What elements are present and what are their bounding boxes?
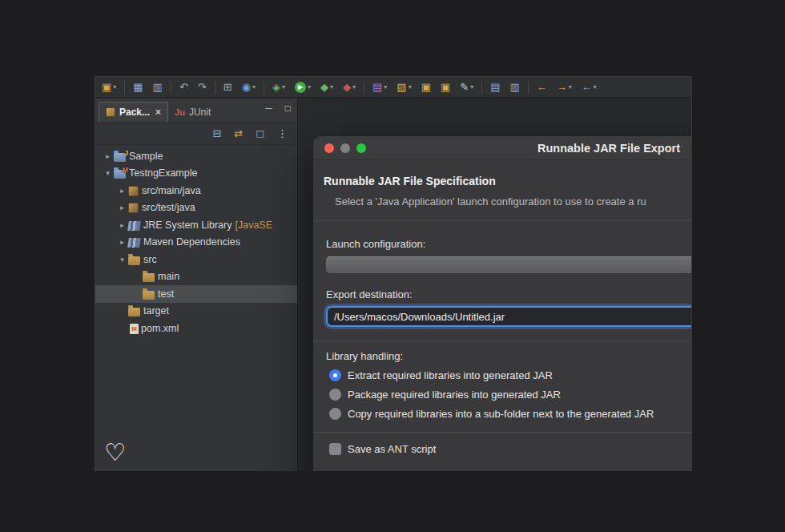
desktop-background: ▣▾▦▥↶↷⊞◉▾◈▾▶▾◆▾◆▾▤▾▧▾▣▣✎▾▤▥←→▾←▾ Pack...…	[0, 0, 785, 532]
tree-item-testngexample[interactable]: ▾MTestngExample	[95, 165, 297, 183]
new-java-class-button[interactable]: ▤▾	[368, 79, 392, 96]
dropdown-arrow-icon[interactable]: ▾	[252, 83, 256, 91]
dropdown-arrow-icon[interactable]: ▾	[569, 83, 572, 91]
back-history-button[interactable]: ←	[532, 79, 552, 96]
folder-icon	[128, 308, 140, 316]
new-wizard-button[interactable]: ▣▾	[97, 79, 121, 96]
chevron-right-icon[interactable]: ▸	[102, 152, 114, 160]
pin-editor-button[interactable]: ▥	[505, 79, 524, 96]
coverage-button[interactable]: ◈▾	[268, 79, 290, 96]
ant-script-location-label: ANT script location:	[326, 470, 692, 471]
toolbar-separator	[124, 81, 125, 94]
minimize-view-icon[interactable]: ─	[265, 103, 272, 113]
view-tab-bar: Pack...×JuJUnit ─□	[95, 99, 297, 123]
annotations-button[interactable]: ▤	[485, 79, 505, 96]
toolbar-separator	[364, 81, 364, 94]
undo-button[interactable]: ↶	[175, 79, 193, 96]
collapse-all-button[interactable]: ⊟	[212, 128, 221, 139]
save-ant-script-row: Save as ANT script	[329, 443, 692, 455]
forward-history-button[interactable]: →▾	[552, 79, 577, 96]
dialog-title-bar[interactable]: Runnable JAR File Export	[313, 136, 692, 160]
close-tab-icon[interactable]: ×	[155, 107, 161, 118]
toolbar-separator	[481, 81, 482, 94]
dropdown-arrow-icon[interactable]: ▾	[308, 83, 311, 91]
profile-button[interactable]: ◆▾	[338, 79, 360, 96]
chevron-down-icon[interactable]: ▾	[116, 256, 128, 264]
tab-junit[interactable]: JuJUnit	[168, 102, 217, 122]
toolbar-separator	[264, 81, 264, 94]
external-tools-icon: ✎	[460, 82, 469, 92]
launch-config-label: Launch configuration:	[326, 238, 692, 250]
search-button[interactable]: ◉▾	[237, 79, 260, 96]
filter-button[interactable]: ◻	[256, 128, 264, 139]
tree-item-pom-xml[interactable]: Mpom.xml	[95, 320, 297, 337]
library-icon	[127, 221, 141, 231]
maven-project-icon: M	[114, 170, 126, 179]
divider	[313, 220, 692, 221]
dropdown-arrow-icon[interactable]: ▾	[409, 83, 412, 91]
last-edit-location-button[interactable]: ←▾	[577, 79, 602, 96]
export-destination-input[interactable]	[326, 306, 692, 327]
tree-item-jre-system-library[interactable]: ▸JRE System Library[JavaSE	[95, 216, 297, 234]
chevron-right-icon[interactable]: ▸	[116, 238, 128, 246]
run-icon: ▶	[295, 82, 306, 93]
dropdown-arrow-icon[interactable]: ▾	[330, 83, 333, 91]
chevron-right-icon[interactable]: ▸	[116, 221, 128, 229]
chevron-right-icon[interactable]: ▸	[116, 187, 128, 195]
tab-pack[interactable]: Pack...×	[99, 102, 168, 122]
radio-unselected-icon[interactable]	[329, 408, 341, 420]
run-button[interactable]: ▶▾	[290, 79, 316, 96]
tree-item-label: TestngExample	[129, 167, 197, 179]
restore-view-icon[interactable]: □	[285, 103, 291, 113]
save-ant-script-checkbox[interactable]	[329, 443, 341, 455]
tree-item-decorator: [JavaSE	[235, 220, 272, 231]
tree-item-target[interactable]: target	[95, 303, 297, 320]
new-java-project-button[interactable]: ▧▾	[392, 79, 416, 96]
open-type-button[interactable]: ▣	[417, 79, 436, 96]
save-button[interactable]: ▦	[128, 79, 147, 96]
library-handling-label: Library handling:	[326, 350, 692, 362]
radio-unselected-icon[interactable]	[329, 389, 341, 401]
dropdown-arrow-icon[interactable]: ▾	[384, 83, 387, 91]
library-handling-options: Extract required libraries into generate…	[313, 369, 692, 420]
tree-item-src-test-java[interactable]: ▸src/test/java	[95, 200, 297, 217]
view-menu-button[interactable]: ⋮	[277, 128, 288, 139]
folder-icon	[143, 273, 155, 282]
tree-item-label: pom.xml	[141, 323, 179, 334]
save-all-button[interactable]: ▥	[148, 79, 167, 96]
redo-button[interactable]: ↷	[193, 79, 211, 96]
link-with-editor-button[interactable]: ⇄	[234, 128, 243, 139]
dropdown-arrow-icon[interactable]: ▾	[594, 83, 597, 91]
tree-item-src[interactable]: ▾src	[95, 251, 297, 268]
dropdown-arrow-icon[interactable]: ▾	[352, 83, 356, 91]
zoom-button[interactable]	[356, 143, 366, 153]
chevron-down-icon[interactable]: ▾	[102, 169, 114, 177]
radio-selected-icon[interactable]	[329, 369, 341, 381]
runnable-jar-export-dialog: Runnable JAR File Export Runnable JAR Fi…	[313, 136, 692, 471]
redo-icon: ↷	[198, 82, 207, 92]
tree-item-main[interactable]: main	[95, 268, 297, 286]
tree-item-label: JRE System Library	[143, 220, 231, 231]
minimize-button[interactable]	[340, 143, 350, 153]
tree-item-src-main-java[interactable]: ▸src/main/java	[95, 182, 297, 200]
debug-button[interactable]: ◆▾	[316, 79, 338, 96]
chevron-right-icon[interactable]: ▸	[116, 204, 128, 212]
dropdown-arrow-icon[interactable]: ▾	[282, 83, 285, 91]
java-project-icon: J	[114, 153, 126, 162]
close-button[interactable]	[324, 143, 334, 153]
save-ant-script-label: Save as ANT script	[348, 443, 436, 455]
tree-item-sample[interactable]: ▸JSample	[95, 147, 297, 165]
dropdown-arrow-icon[interactable]: ▾	[470, 83, 473, 91]
open-perspective-button[interactable]: ⊞	[219, 79, 237, 96]
external-tools-button[interactable]: ✎▾	[455, 79, 478, 96]
open-resource-button[interactable]: ▣	[436, 79, 455, 96]
junit-icon: Ju	[175, 107, 185, 117]
dialog-subheading: Select a 'Java Application' launch confi…	[335, 195, 692, 208]
tree-item-maven-dependencies[interactable]: ▸Maven Dependencies	[95, 234, 297, 252]
divider	[313, 432, 692, 433]
open-perspective-icon: ⊞	[223, 82, 232, 92]
tree-item-label: main	[158, 271, 179, 282]
launch-config-select[interactable]	[326, 256, 692, 273]
dropdown-arrow-icon[interactable]: ▾	[113, 83, 116, 91]
tree-item-test[interactable]: test	[95, 285, 297, 303]
